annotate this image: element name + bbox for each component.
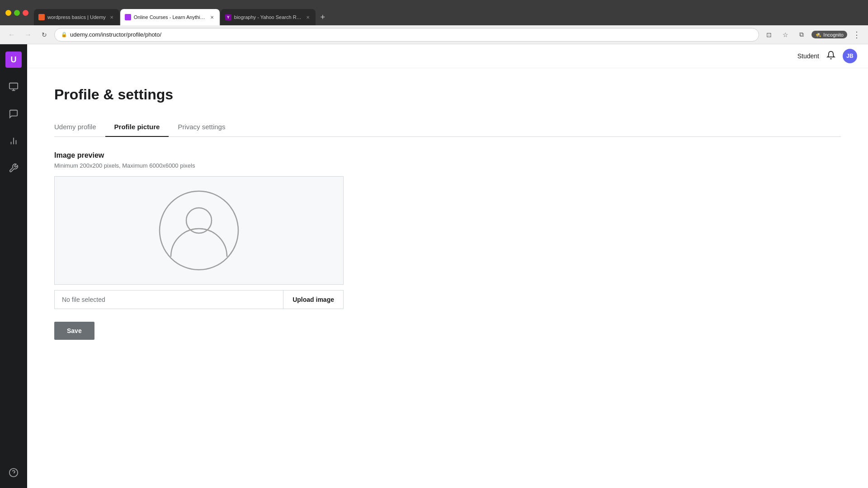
window-controls [5,10,28,16]
nav-forward-button[interactable]: → [22,28,34,41]
cast-icon[interactable]: ⊡ [763,28,775,41]
tab-privacy-settings[interactable]: Privacy settings [169,117,234,137]
image-preview-box [54,176,344,285]
sidebar: U [0,44,27,488]
incognito-icon: 🕵 [815,32,821,38]
maximize-button[interactable] [14,10,20,16]
app-layout: U Student JB [0,44,868,488]
user-avatar[interactable]: JB [843,49,857,63]
lock-icon: 🔒 [61,32,67,38]
section-title: Image preview [54,151,841,160]
bookmark-icon[interactable]: ☆ [779,28,792,41]
tab1-title: wordpress basics | Udemy [47,14,106,20]
nav-back-button[interactable]: ← [5,28,18,41]
tab2-close-icon[interactable]: ✕ [209,14,215,20]
url-bar[interactable]: 🔒 udemy.com/instructor/profile/photo/ [54,28,759,42]
file-name-display: No file selected [55,291,283,309]
tab-profile-picture[interactable]: Profile picture [105,117,169,137]
tab3-title: biography - Yahoo Search Resu... [234,14,302,20]
chart-icon[interactable] [5,133,22,149]
tab-udemy-profile[interactable]: Udemy profile [54,117,105,137]
nav-refresh-button[interactable]: ↻ [38,28,51,41]
help-icon[interactable] [5,465,22,481]
minimize-button[interactable] [5,10,11,16]
save-button[interactable]: Save [54,322,94,340]
svg-point-8 [160,191,238,270]
section-subtitle: Minimum 200x200 pixels, Maximum 6000x600… [54,162,841,169]
avatar-placeholder-icon [158,190,240,271]
incognito-badge: 🕵 Incognito [811,31,847,38]
close-button[interactable] [23,10,28,16]
top-nav: Student JB [27,44,868,68]
sidebar-logo[interactable]: U [5,52,22,68]
new-tab-button[interactable]: + [316,11,329,23]
tabs-nav: Udemy profile Profile picture Privacy se… [54,117,841,137]
browser-menu-button[interactable]: ⋮ [851,28,863,42]
url-text: udemy.com/instructor/profile/photo/ [70,31,161,38]
monitor-icon[interactable] [5,79,22,95]
browser-tabs: wordpress basics | Udemy ✕ Online Course… [34,0,329,25]
incognito-label: Incognito [823,32,844,38]
tools-icon[interactable] [5,160,22,176]
browser-tab-1[interactable]: wordpress basics | Udemy ✕ [34,9,119,25]
browser-tab-3[interactable]: Y biography - Yahoo Search Resu... ✕ [221,9,316,25]
main-content: Student JB Profile & settings Udemy prof… [27,44,868,488]
tab2-title: Online Courses - Learn Anythin... [134,14,206,20]
sidebar-toggle-icon[interactable]: ⧉ [795,28,808,41]
svg-point-9 [186,208,212,233]
browser-tab-2[interactable]: Online Courses - Learn Anythin... ✕ [120,9,220,25]
file-input-row: No file selected Upload image [54,290,344,309]
upload-image-button[interactable]: Upload image [283,291,343,309]
image-preview-section: Image preview Minimum 200x200 pixels, Ma… [54,151,841,340]
tab1-close-icon[interactable]: ✕ [108,14,115,20]
student-link[interactable]: Student [797,52,819,60]
address-bar: ← → ↻ 🔒 udemy.com/instructor/profile/pho… [0,25,868,44]
tab3-close-icon[interactable]: ✕ [305,14,311,20]
page-title: Profile & settings [54,86,841,103]
svg-rect-0 [9,83,18,89]
browser-chrome: wordpress basics | Udemy ✕ Online Course… [0,0,868,25]
chat-icon[interactable] [5,106,22,122]
bell-icon[interactable] [826,51,835,62]
